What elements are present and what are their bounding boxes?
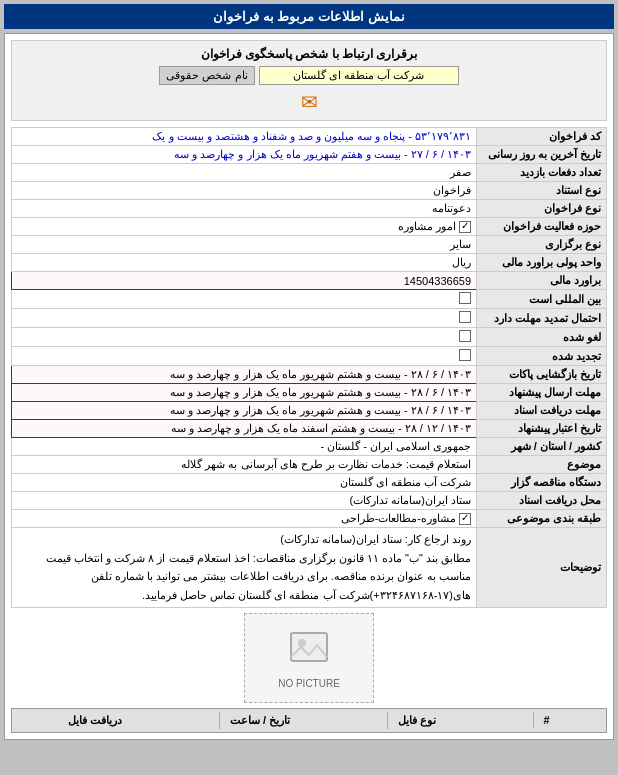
field-label: نوع استناد: [477, 182, 607, 200]
checkbox-label: امور مشاوره: [398, 220, 456, 233]
field-value: ۱۴۰۳ / ۶ / ۲۸ - بیست و هشتم شهریور ماه ی…: [12, 384, 477, 402]
table-row: تجدید شده: [12, 347, 607, 366]
table-row: لغو شده: [12, 328, 607, 347]
no-picture-label: NO PICTURE: [278, 678, 340, 689]
field-label: نوع فراخوان: [477, 200, 607, 218]
email-icon: ✉: [301, 91, 318, 113]
table-row: کد فراخوان ۵۳٬۱۷۹٬۸۳۱ - پنجاه و سه میلیو…: [12, 128, 607, 146]
field-value: ریال: [12, 254, 477, 272]
description-label: توضیحات: [477, 528, 607, 608]
field-value: سایر: [12, 236, 477, 254]
field-label: طبقه بندی موضوعی: [477, 510, 607, 528]
field-label: لغو شده: [477, 328, 607, 347]
field-value: امور مشاوره: [12, 218, 477, 236]
table-row: واحد پولی براورد مالی ریال: [12, 254, 607, 272]
contact-row: شرکت آب منطقه ای گلستان نام شخص حقوقی: [18, 66, 600, 85]
field-value: ستاد ایران(سامانه تدارکات): [12, 492, 477, 510]
field-label: تاریخ اعتبار پیشنهاد: [477, 420, 607, 438]
checkbox-label: مشاوره-مطالعات-طراحی: [341, 512, 456, 525]
bottom-bar: # نوع فایل تاریخ / ساعت دریافت فایل: [11, 708, 607, 733]
field-label: مهلت دریافت اسناد: [477, 402, 607, 420]
field-label: تاریخ آخرین به روز رسانی: [477, 146, 607, 164]
field-label: حوزه فعالیت فراخوان: [477, 218, 607, 236]
field-label: نوع برگزاری: [477, 236, 607, 254]
field-value: فراخوان: [12, 182, 477, 200]
contact-value: شرکت آب منطقه ای گلستان: [259, 66, 459, 85]
contact-section: برقراری ارتباط با شخص پاسخگوی فراخوان شر…: [11, 40, 607, 121]
bottom-bar-col2: نوع فایل: [387, 712, 446, 729]
field-label: کد فراخوان: [477, 128, 607, 146]
table-row: دستگاه مناقصه گزار شرکت آب منطقه ای گلست…: [12, 474, 607, 492]
field-value: ۱۴۰۳ / ۶ / ۲۷ - بیست و هفتم شهریور ماه ی…: [12, 146, 477, 164]
table-row: تاریخ بازگشایی پاکات ۱۴۰۳ / ۶ / ۲۸ - بیس…: [12, 366, 607, 384]
field-value: ۵۳٬۱۷۹٬۸۳۱ - پنجاه و سه میلیون و صد و شف…: [12, 128, 477, 146]
field-label: موضوع: [477, 456, 607, 474]
checkbox-icon: [459, 292, 471, 304]
table-row: تاریخ اعتبار پیشنهاد ۱۴۰۳ / ۱۲ / ۲۸ - بی…: [12, 420, 607, 438]
field-label: بین المللی است: [477, 290, 607, 309]
field-label: واحد پولی براورد مالی: [477, 254, 607, 272]
svg-rect-0: [291, 633, 327, 661]
checkbox-icon: [459, 349, 471, 361]
field-label: تعداد دفعات بازدید: [477, 164, 607, 182]
field-label: تاریخ بازگشایی پاکات: [477, 366, 607, 384]
field-value: شرکت آب منطقه ای گلستان: [12, 474, 477, 492]
field-value: جمهوری اسلامی ایران - گلستان -: [12, 438, 477, 456]
field-value: ۱۴۰۳ / ۶ / ۲۸ - بیست و هشتم شهریور ماه ی…: [12, 366, 477, 384]
table-row: بین المللی است: [12, 290, 607, 309]
field-label: کشور / استان / شهر: [477, 438, 607, 456]
field-label: محل دریافت اسناد: [477, 492, 607, 510]
field-label: مهلت ارسال پیشنهاد: [477, 384, 607, 402]
field-value: ۱۴۰۳ / ۱۲ / ۲۸ - بیست و هشتم اسفند ماه ی…: [12, 420, 477, 438]
table-row: نوع استناد فراخوان: [12, 182, 607, 200]
table-row: احتمال تمدید مهلت دارد: [12, 309, 607, 328]
field-value: [12, 328, 477, 347]
checkbox-icon: [459, 311, 471, 323]
description-value: روند ارجاع کار: ستاد ایران(سامانه تدارکا…: [12, 528, 477, 608]
contact-label: نام شخص حقوقی: [159, 66, 254, 85]
field-label: براورد مالی: [477, 272, 607, 290]
table-row: نوع برگزاری سایر: [12, 236, 607, 254]
bottom-bar-col3: تاریخ / ساعت: [219, 712, 300, 729]
image-placeholder-icon: [289, 627, 329, 674]
page-title: نمایش اطلاعات مربوط به فراخوان: [4, 4, 614, 29]
bottom-bar-col4: دریافت فایل: [58, 712, 132, 729]
field-value: صفر: [12, 164, 477, 182]
field-value: ۱۴۰۳ / ۶ / ۲۸ - بیست و هشتم شهریور ماه ی…: [12, 402, 477, 420]
table-row: تعداد دفعات بازدید صفر: [12, 164, 607, 182]
field-value: [12, 309, 477, 328]
info-table: کد فراخوان ۵۳٬۱۷۹٬۸۳۱ - پنجاه و سه میلیو…: [11, 127, 607, 608]
checkbox-icon: [459, 330, 471, 342]
field-label: دستگاه مناقصه گزار: [477, 474, 607, 492]
bottom-bar-col1: #: [533, 712, 560, 728]
field-value: مشاوره-مطالعات-طراحی: [12, 510, 477, 528]
field-value: [12, 347, 477, 366]
table-row: موضوع استعلام قیمت: خدمات نظارت بر طرح ه…: [12, 456, 607, 474]
table-row: مهلت ارسال پیشنهاد ۱۴۰۳ / ۶ / ۲۸ - بیست …: [12, 384, 607, 402]
table-row: مهلت دریافت اسناد ۱۴۰۳ / ۶ / ۲۸ - بیست و…: [12, 402, 607, 420]
table-row: تاریخ آخرین به روز رسانی ۱۴۰۳ / ۶ / ۲۷ -…: [12, 146, 607, 164]
table-row: طبقه بندی موضوعی مشاوره-مطالعات-طراحی: [12, 510, 607, 528]
table-row: نوع فراخوان دعوتنامه: [12, 200, 607, 218]
svg-point-1: [298, 639, 306, 647]
field-value: استعلام قیمت: خدمات نظارت بر طرح های آبر…: [12, 456, 477, 474]
field-value: 14504336659: [12, 272, 477, 290]
contact-section-title: برقراری ارتباط با شخص پاسخگوی فراخوان: [18, 47, 600, 61]
field-value: [12, 290, 477, 309]
table-row: کشور / استان / شهر جمهوری اسلامی ایران -…: [12, 438, 607, 456]
checkbox-icon: [459, 221, 471, 233]
field-label: تجدید شده: [477, 347, 607, 366]
field-value: دعوتنامه: [12, 200, 477, 218]
checkbox-icon: [459, 513, 471, 525]
table-row: حوزه فعالیت فراخوان امور مشاوره: [12, 218, 607, 236]
table-row: براورد مالی 14504336659: [12, 272, 607, 290]
table-row: محل دریافت اسناد ستاد ایران(سامانه تدارک…: [12, 492, 607, 510]
field-label: احتمال تمدید مهلت دارد: [477, 309, 607, 328]
no-picture-box: NO PICTURE: [244, 613, 374, 703]
description-row: توضیحات روند ارجاع کار: ستاد ایران(سامان…: [12, 528, 607, 608]
